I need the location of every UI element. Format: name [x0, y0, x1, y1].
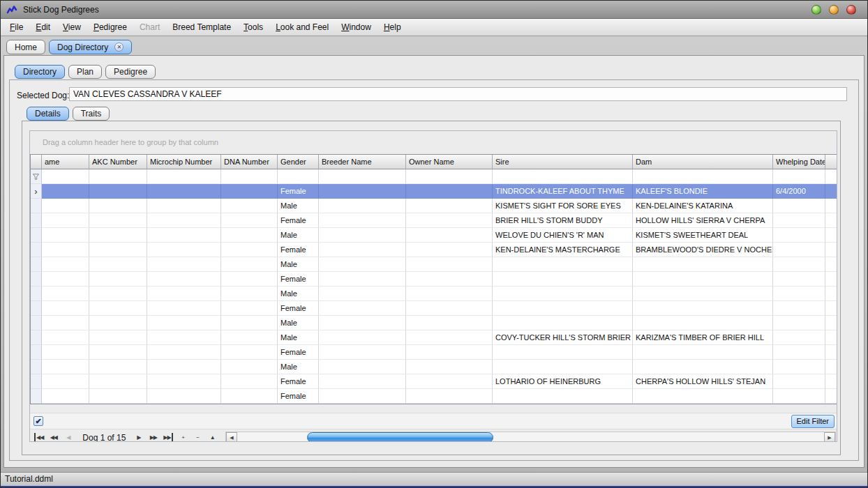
column-header-breeder[interactable]: Breeder Name	[319, 155, 406, 169]
column-header-sire[interactable]: Sire	[493, 155, 633, 169]
tab-home[interactable]: Home	[6, 40, 45, 54]
cell-filler	[825, 199, 837, 213]
cell-dna	[221, 301, 278, 316]
filter-cell-breeder[interactable]	[319, 169, 406, 184]
horizontal-scrollbar[interactable]: ◀ ▶	[225, 432, 836, 442]
menu-chart[interactable]: Chart	[133, 19, 166, 36]
table-row[interactable]: MaleCOVY-TUCKER HILL'S STORM BRIERKARIZM…	[31, 330, 837, 345]
filter-cell-gender[interactable]	[278, 169, 319, 184]
tab-close-icon[interactable]: ✕	[114, 43, 124, 52]
cell-dam	[633, 345, 773, 360]
scrollbar-track[interactable]	[237, 432, 824, 442]
table-row[interactable]: FemaleBRIER HILL'S STORM BUDDYHOLLOW HIL…	[31, 213, 837, 228]
column-header-name[interactable]: ame	[42, 155, 89, 169]
tab-traits[interactable]: Traits	[73, 107, 110, 121]
cell-dna	[221, 345, 278, 360]
menu-edit[interactable]: Edit	[29, 19, 57, 36]
filter-cell-filler[interactable]	[825, 169, 837, 184]
tab-dog-directory[interactable]: Dog Directory ✕	[49, 40, 132, 54]
cell-whelping	[773, 228, 825, 243]
table-row[interactable]: Male	[31, 287, 837, 301]
details-panel: Drag a column header here to group by th…	[22, 121, 841, 455]
menu-tools[interactable]: Tools	[237, 19, 269, 36]
nav-last-button[interactable]: ▶▶	[163, 433, 172, 442]
filter-cell-name[interactable]	[42, 169, 89, 184]
column-header-filler[interactable]	[825, 155, 837, 169]
cell-filler	[825, 243, 837, 257]
table-row[interactable]: MaleKISMET'S SIGHT FOR SORE EYESKEN-DELA…	[31, 199, 837, 213]
selected-dog-field[interactable]: VAN CLEVES CASSANDRA V KALEEF	[69, 87, 847, 101]
status-bar: Tutorial.ddml	[1, 472, 867, 486]
filter-row-indicator[interactable]	[31, 169, 42, 184]
column-header-owner[interactable]: Owner Name	[406, 155, 493, 169]
menu-breed-template[interactable]: Breed Template	[166, 19, 237, 36]
cell-whelping	[773, 213, 825, 228]
nav-add-button[interactable]: +	[179, 433, 188, 442]
filter-checkbox[interactable]: ✔	[33, 416, 43, 426]
nav-prev-button[interactable]: ◀	[63, 433, 73, 442]
table-row[interactable]: Female	[31, 301, 837, 316]
column-header-akc[interactable]: AKC Number	[89, 155, 147, 169]
menu-look-and-feel[interactable]: Look and Feel	[269, 19, 335, 36]
detail-tabbar: DetailsTraits	[27, 107, 113, 121]
nav-first-button[interactable]: ◀◀	[34, 433, 43, 442]
table-row[interactable]: Female	[31, 345, 837, 360]
nav-delete-button[interactable]: −	[193, 433, 202, 442]
filter-cell-whelping[interactable]	[773, 169, 825, 184]
cell-filler	[825, 316, 837, 330]
tab-pedigree[interactable]: Pedigree	[105, 65, 156, 79]
table-row[interactable]: FemaleKEN-DELAINE'S MASTERCHARGEBRAMBLEW…	[31, 243, 837, 257]
table-row[interactable]: ›FemaleTINDROCK-KALEEF ABOUT THYMEKALEEF…	[31, 184, 837, 199]
scrollbar-thumb[interactable]	[307, 432, 493, 442]
column-header-dna[interactable]: DNA Number	[221, 155, 278, 169]
cell-whelping	[773, 199, 825, 213]
table-row[interactable]: Female	[31, 389, 837, 404]
menu-mnemonic: H	[384, 22, 390, 32]
cell-microchip	[147, 184, 221, 199]
tab-plan[interactable]: Plan	[68, 65, 102, 79]
desktop: Home Dog Directory ✕ DirectoryPlanPedigr…	[1, 36, 867, 472]
column-header-gender[interactable]: Gender	[278, 155, 319, 169]
edit-filter-button[interactable]: Edit Filter	[791, 415, 835, 428]
cell-owner	[406, 389, 493, 404]
table-row[interactable]: FemaleLOTHARIO OF HEINERBURGCHERPA'S HOL…	[31, 374, 837, 389]
cell-dam: KEN-DELAINE'S KATARINA	[633, 199, 773, 213]
scroll-right-icon[interactable]: ▶	[824, 432, 835, 442]
column-header-whelping[interactable]: Whelping Date	[773, 155, 825, 169]
table-row[interactable]: Male	[31, 316, 837, 330]
column-header-dam[interactable]: Dam	[633, 155, 773, 169]
table-row[interactable]: Female	[31, 272, 837, 287]
cell-sire: BRIER HILL'S STORM BUDDY	[493, 213, 633, 228]
menu-window[interactable]: Window	[335, 19, 377, 36]
close-button[interactable]	[846, 5, 856, 15]
scroll-left-icon[interactable]: ◀	[226, 432, 237, 442]
cell-name	[42, 243, 89, 257]
nav-next-page-button[interactable]: ▶▶	[149, 433, 158, 442]
cell-owner	[406, 330, 493, 345]
menu-help[interactable]: Help	[377, 19, 407, 36]
cell-gender: Female	[278, 345, 319, 360]
table-row[interactable]: MaleWELOVE DU CHIEN'S 'R' MANKISMET'S SW…	[31, 228, 837, 243]
minimize-button[interactable]	[811, 5, 821, 15]
menu-view[interactable]: View	[57, 19, 87, 36]
filter-cell-dam[interactable]	[633, 169, 773, 184]
table-row[interactable]: Male	[31, 360, 837, 374]
filter-cell-owner[interactable]	[406, 169, 493, 184]
filter-cell-microchip[interactable]	[147, 169, 221, 184]
filter-cell-akc[interactable]	[89, 169, 147, 184]
tab-details[interactable]: Details	[27, 107, 69, 121]
nav-prev-page-button[interactable]: ◀◀	[49, 433, 58, 442]
nav-next-button[interactable]: ▶	[134, 433, 143, 442]
filter-cell-dna[interactable]	[221, 169, 278, 184]
tab-directory[interactable]: Directory	[15, 65, 65, 79]
table-row[interactable]: Male	[31, 257, 837, 272]
menu-file[interactable]: File	[3, 19, 29, 36]
filter-cell-sire[interactable]	[493, 169, 633, 184]
maximize-button[interactable]	[829, 5, 839, 15]
column-header-microchip[interactable]: Microchip Number	[147, 155, 221, 169]
row-indicator	[31, 360, 42, 374]
cell-sire: TINDROCK-KALEEF ABOUT THYME	[493, 184, 633, 199]
menu-pedigree[interactable]: Pedigree	[87, 19, 133, 36]
nav-edit-button[interactable]: ▲	[208, 433, 217, 442]
cell-microchip	[147, 257, 221, 272]
